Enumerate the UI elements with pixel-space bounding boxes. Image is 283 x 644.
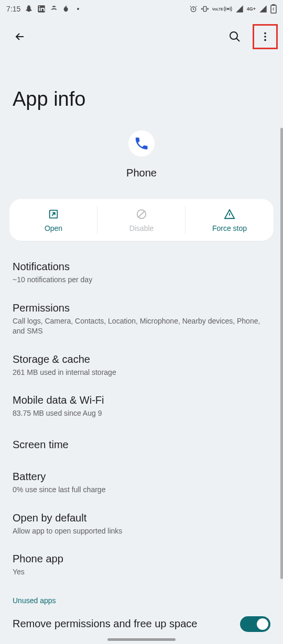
phone-icon <box>134 136 149 151</box>
setting-sub: 261 MB used in internal storage <box>13 368 270 378</box>
setting-title: Phone app <box>13 553 270 565</box>
setting-sub: 0% use since last full charge <box>13 485 270 495</box>
setting-sub: ~10 notifications per day <box>13 275 270 285</box>
page-title: App info <box>0 57 283 123</box>
setting-screen-time[interactable]: Screen time <box>0 427 283 462</box>
svg-point-9 <box>230 32 237 39</box>
setting-sub: Yes <box>13 567 270 578</box>
arrow-left-icon <box>14 30 26 43</box>
remove-permissions-toggle[interactable] <box>240 616 270 632</box>
svg-point-10 <box>264 32 266 35</box>
more-vert-icon <box>259 31 271 42</box>
force-stop-button[interactable]: Force stop <box>186 199 274 241</box>
signal-1-icon <box>235 5 244 13</box>
svg-point-11 <box>264 36 266 38</box>
setting-sub: Call logs, Camera, Contacts, Location, M… <box>13 316 270 337</box>
open-icon <box>48 208 59 220</box>
svg-rect-1 <box>39 8 40 11</box>
setting-sub: 83.75 MB used since Aug 9 <box>13 408 270 419</box>
alarm-icon <box>189 5 198 13</box>
section-unused-apps: Unused apps <box>0 586 283 608</box>
linkedin-icon <box>37 5 46 13</box>
warning-icon <box>224 208 235 220</box>
setting-sub: Allow app to open supported links <box>13 526 270 537</box>
setting-title: Permissions <box>13 302 270 314</box>
settings-list: Notifications ~10 notifications per day … <box>0 246 283 644</box>
notification-dot-icon <box>77 8 79 10</box>
more-button-highlight <box>253 24 278 49</box>
nav-handle[interactable] <box>107 638 176 641</box>
status-left: 7:15 <box>6 5 79 13</box>
setting-phone-app[interactable]: Phone app Yes <box>0 545 283 586</box>
network-type: 4G+ <box>247 7 256 12</box>
search-button[interactable] <box>224 26 245 47</box>
setting-notifications[interactable]: Notifications ~10 notifications per day <box>0 252 283 294</box>
battery-icon <box>270 4 277 14</box>
status-right: VoLTE 4G+ <box>189 4 277 14</box>
search-icon <box>228 30 241 43</box>
svg-point-12 <box>264 39 266 41</box>
setting-title: Open by default <box>13 512 270 524</box>
volte-icon: VoLTE <box>212 7 221 11</box>
tinder-icon <box>62 5 71 13</box>
setting-storage[interactable]: Storage & cache 261 MB used in internal … <box>0 345 283 386</box>
open-label: Open <box>45 224 62 232</box>
setting-title: Remove permissions and free up space <box>13 618 240 630</box>
app-icon <box>128 130 155 157</box>
setting-data[interactable]: Mobile data & Wi-Fi 83.75 MB used since … <box>0 386 283 427</box>
svg-rect-8 <box>273 4 275 5</box>
force-stop-label: Force stop <box>212 224 247 232</box>
toolbar <box>0 17 283 57</box>
setting-title: Battery <box>13 471 270 483</box>
setting-open-default[interactable]: Open by default Allow app to open suppor… <box>0 504 283 545</box>
setting-battery[interactable]: Battery 0% use since last full charge <box>0 462 283 504</box>
scrollbar[interactable] <box>280 128 283 579</box>
snapchat-icon <box>25 5 33 13</box>
open-button[interactable]: Open <box>9 199 97 241</box>
back-button[interactable] <box>9 26 30 47</box>
setting-title: Mobile data & Wi-Fi <box>13 394 270 406</box>
missed-call-icon <box>50 5 58 13</box>
setting-title: Storage & cache <box>13 353 270 365</box>
disable-icon <box>136 208 147 220</box>
svg-point-2 <box>39 6 40 7</box>
hotspot-icon <box>224 5 232 13</box>
status-bar: 7:15 VoLTE 4G+ <box>0 0 283 17</box>
action-row: Open Disable Force stop <box>9 199 274 241</box>
disable-label: Disable <box>129 224 154 232</box>
setting-permissions[interactable]: Permissions Call logs, Camera, Contacts,… <box>0 294 283 345</box>
more-options-button[interactable] <box>255 26 276 47</box>
setting-remove-permissions[interactable]: Remove permissions and free up space <box>0 608 283 640</box>
svg-point-3 <box>53 6 55 7</box>
clock: 7:15 <box>6 5 20 13</box>
disable-button: Disable <box>97 199 186 241</box>
setting-title: Screen time <box>13 439 270 451</box>
setting-title: Notifications <box>13 261 270 273</box>
app-name: Phone <box>126 167 157 179</box>
svg-point-6 <box>227 8 228 10</box>
svg-rect-5 <box>203 6 206 11</box>
app-header: Phone <box>0 123 283 188</box>
signal-2-icon <box>259 5 267 13</box>
vibrate-icon <box>201 5 209 13</box>
